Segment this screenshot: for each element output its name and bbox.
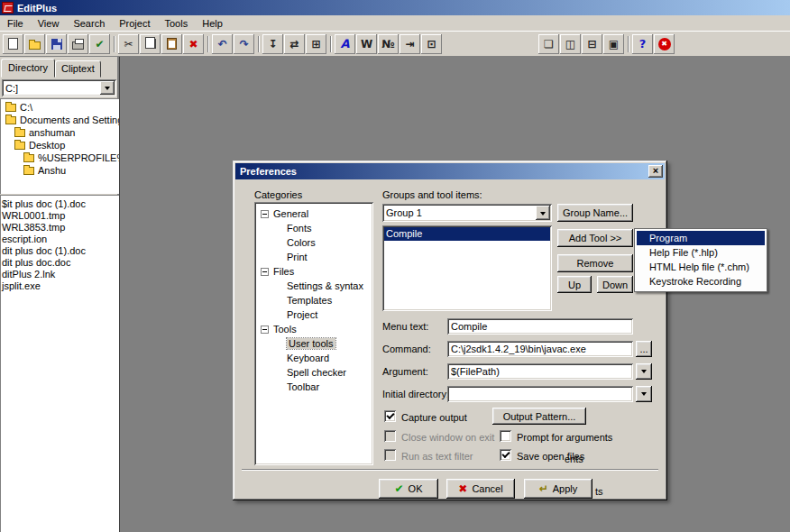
tree-item[interactable]: Anshu bbox=[4, 164, 119, 177]
file-list-item[interactable]: dit plus doc (1).doc bbox=[2, 245, 119, 257]
menu-search[interactable]: Search bbox=[66, 16, 112, 31]
tree-item[interactable]: %USERPROFILE% bbox=[4, 151, 119, 164]
menu-item-help-file[interactable]: Help File (*.hlp) bbox=[637, 245, 765, 260]
menu-help[interactable]: Help bbox=[195, 16, 230, 31]
new-file-button[interactable] bbox=[3, 34, 23, 54]
window-tile-button[interactable]: ◫ bbox=[560, 34, 581, 54]
prompt-arguments-checkbox[interactable] bbox=[500, 430, 511, 442]
group-combo-input[interactable] bbox=[382, 204, 552, 222]
argument-input[interactable] bbox=[447, 363, 633, 380]
preferences-dialog: Preferences × Categories General Fonts C… bbox=[233, 161, 667, 500]
group-combo-dropdown[interactable] bbox=[536, 206, 550, 220]
ok-button[interactable]: ✔ OK bbox=[379, 479, 438, 499]
collapse-icon[interactable] bbox=[261, 268, 269, 276]
menu-text-input[interactable] bbox=[447, 318, 633, 335]
find-button[interactable]: ↧ bbox=[262, 34, 283, 54]
capture-output-checkbox[interactable] bbox=[384, 410, 396, 422]
save-open-files-checkbox[interactable] bbox=[500, 449, 511, 461]
replace-button[interactable]: ⇄ bbox=[284, 34, 305, 54]
line-numbers-button[interactable]: № bbox=[378, 34, 399, 54]
down-button[interactable]: Down bbox=[597, 276, 633, 293]
context-help-button[interactable]: ? bbox=[632, 34, 653, 54]
command-input[interactable] bbox=[447, 341, 633, 357]
category-spell-checker[interactable]: Spell checker bbox=[254, 365, 373, 380]
menu-item-keystroke-recording[interactable]: Keystroke Recording bbox=[637, 274, 765, 289]
collapse-icon[interactable] bbox=[261, 326, 269, 334]
window-titlebar[interactable]: EditPlus bbox=[0, 0, 790, 15]
print-button[interactable] bbox=[68, 34, 88, 54]
category-general[interactable]: General bbox=[254, 206, 373, 221]
category-colors[interactable]: Colors bbox=[254, 235, 373, 250]
file-list-item[interactable]: WRL3853.tmp bbox=[2, 222, 119, 234]
delete-button[interactable]: ✖ bbox=[183, 34, 204, 54]
category-fonts[interactable]: Fonts bbox=[254, 221, 373, 235]
drive-combo[interactable] bbox=[2, 79, 116, 96]
file-list-item[interactable]: jsplit.exe bbox=[2, 280, 119, 292]
tree-item[interactable]: Documents and Settings bbox=[4, 114, 119, 126]
group-combo[interactable] bbox=[382, 204, 552, 222]
open-file-button[interactable] bbox=[24, 34, 45, 54]
category-project[interactable]: Project bbox=[254, 307, 373, 322]
menu-tools[interactable]: Tools bbox=[158, 16, 196, 31]
browse-command-button[interactable]: ... bbox=[636, 341, 652, 357]
tab-cliptext[interactable]: Cliptext bbox=[55, 60, 101, 78]
add-tool-button[interactable]: Add Tool >> bbox=[557, 229, 633, 247]
drive-combo-input[interactable] bbox=[2, 79, 116, 96]
category-tools[interactable]: Tools bbox=[254, 322, 373, 336]
apply-button[interactable]: ↵ Apply bbox=[524, 479, 592, 499]
menu-view[interactable]: View bbox=[31, 16, 67, 31]
menu-project[interactable]: Project bbox=[112, 16, 157, 31]
cut-button[interactable]: ✂ bbox=[118, 34, 139, 54]
initial-directory-dropdown-button[interactable] bbox=[636, 386, 652, 402]
dialog-titlebar[interactable]: Preferences × bbox=[235, 163, 665, 179]
output-pattern-button[interactable]: Output Pattern... bbox=[492, 408, 586, 425]
category-user-tools[interactable]: User tools bbox=[254, 336, 373, 351]
cancel-button[interactable]: ✖ Cancel bbox=[446, 479, 515, 499]
category-templates[interactable]: Templates bbox=[254, 293, 373, 307]
group-name-button[interactable]: Group Name... bbox=[557, 204, 633, 222]
tool-item-compile[interactable]: Compile bbox=[384, 227, 550, 241]
copy-button[interactable] bbox=[140, 34, 161, 54]
tab-indent-button[interactable]: ⇥ bbox=[400, 34, 420, 54]
syntax-color-button[interactable]: A bbox=[335, 34, 355, 54]
remove-button[interactable]: Remove bbox=[557, 254, 633, 272]
file-list-item[interactable]: WRL0001.tmp bbox=[2, 210, 119, 222]
menu-item-program[interactable]: Program bbox=[637, 231, 765, 245]
drive-combo-dropdown[interactable] bbox=[100, 81, 115, 95]
collapse-icon[interactable] bbox=[261, 210, 269, 218]
argument-dropdown-button[interactable] bbox=[636, 363, 652, 380]
tab-directory[interactable]: Directory bbox=[1, 59, 55, 78]
file-list-item[interactable]: $it plus doc (1).doc bbox=[2, 198, 119, 210]
redo-button[interactable]: ↷ bbox=[234, 34, 254, 54]
file-list-item[interactable]: dit plus doc.doc bbox=[2, 257, 119, 269]
category-keyboard[interactable]: Keyboard bbox=[254, 351, 373, 365]
category-files[interactable]: Files bbox=[254, 264, 373, 279]
spell-check-button[interactable]: ✔ bbox=[89, 34, 110, 54]
find-in-files-button[interactable]: ⊞ bbox=[306, 34, 326, 54]
menu-file[interactable]: File bbox=[0, 16, 31, 31]
category-settings-syntax[interactable]: Settings & syntax bbox=[254, 279, 373, 293]
undo-button[interactable]: ↶ bbox=[212, 34, 233, 54]
file-list-item[interactable]: escript.ion bbox=[2, 234, 119, 245]
file-list-item[interactable]: ditPlus 2.lnk bbox=[2, 269, 119, 280]
tree-item[interactable]: anshuman bbox=[4, 126, 119, 139]
category-print[interactable]: Print bbox=[254, 250, 373, 264]
up-button[interactable]: Up bbox=[557, 276, 592, 293]
tree-item-label: Anshu bbox=[38, 165, 66, 176]
initial-directory-input[interactable] bbox=[447, 386, 633, 402]
window-cascade-button[interactable]: ❏ bbox=[538, 34, 559, 54]
menu-item-html-help-file[interactable]: HTML Help file (*.chm) bbox=[637, 260, 765, 274]
browser-view-button[interactable]: ▣ bbox=[603, 34, 624, 54]
tree-item[interactable]: C:\ bbox=[4, 101, 119, 114]
groups-label: Groups and tool items: bbox=[382, 189, 482, 200]
category-label: Templates bbox=[287, 295, 332, 306]
save-file-button[interactable] bbox=[46, 34, 67, 54]
window-split-button[interactable]: ⊟ bbox=[582, 34, 602, 54]
paste-button[interactable] bbox=[161, 34, 182, 54]
document-settings-button[interactable]: ⊡ bbox=[421, 34, 442, 54]
word-wrap-button[interactable]: W bbox=[356, 34, 377, 54]
tree-item[interactable]: Desktop bbox=[4, 139, 119, 151]
dialog-close-button[interactable]: × bbox=[648, 165, 663, 178]
close-file-button[interactable]: ✖ bbox=[654, 34, 675, 54]
category-toolbar[interactable]: Toolbar bbox=[254, 380, 373, 394]
